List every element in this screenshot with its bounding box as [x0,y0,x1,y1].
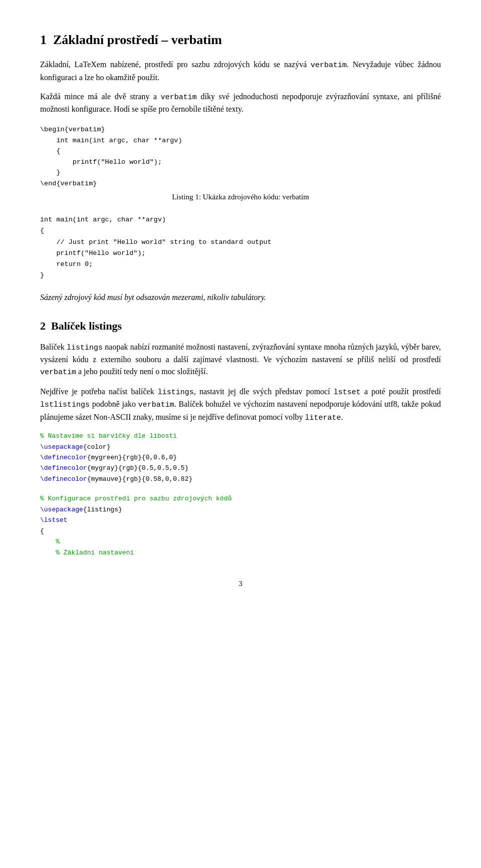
note-text: Sázený zdrojový kód musí byt odsazován m… [40,292,441,304]
section1-para2: Každá mince má ale dvě strany a verbatim… [40,91,441,116]
verbatim-inline3: verbatim [40,368,76,377]
colored-code-block2: % Konfigurace prostředí pro sazbu zdrojo… [40,493,441,558]
listing-caption: Listing 1: Ukázka zdrojového kódu: verba… [40,191,441,203]
section1-heading: 1 Základní prostředí – verbatim [40,30,441,50]
section1-para1: Základní, LaTeXem nabízené, prostředí pr… [40,59,441,84]
lstlistings-inline: lstlistings [40,401,90,409]
lstset-inline: lstset [334,388,361,397]
listings-inline1: listings [67,344,103,352]
verbatim-inline2: verbatim [161,93,197,102]
code-block-main: int main(int argc, char **argv) { // Jus… [40,214,441,281]
colored-code-block1: % Nastavíme si barvičky dle libosti \use… [40,431,441,484]
section2-heading: 2 Balíček listings [40,318,441,334]
literate-inline: literate [305,414,341,422]
section2-para1: Balíček listings naopak nabízí rozmanité… [40,341,441,379]
verbatim-inline1: verbatim [311,61,347,70]
page-number: 3 [40,578,441,590]
listings-inline2: listings [158,388,194,397]
verbatim-code-block: \begin{verbatim} int main(int argc, char… [40,124,441,189]
section2-para2: Nejdříve je potřeba načíst balíček listi… [40,386,441,424]
verbatim-inline4: verbatim [138,401,174,409]
